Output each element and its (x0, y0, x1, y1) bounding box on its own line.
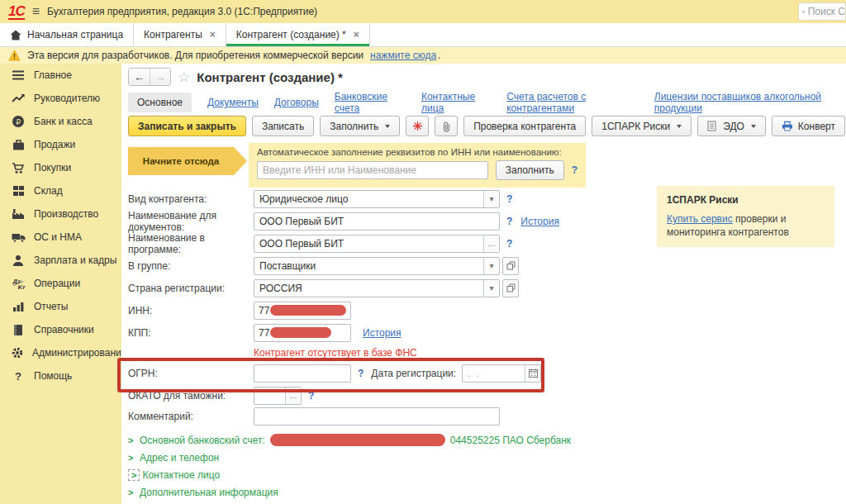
help-icon[interactable]: ? (506, 193, 512, 205)
field-row-okato: ОКАТО для таможни: ... ? (128, 385, 723, 406)
save-button[interactable]: Записать (252, 116, 314, 136)
open-country-button[interactable] (502, 279, 519, 297)
autofill-helper: Начните отсюда Автоматическое заполнение… (128, 143, 586, 188)
chevron-right-icon: > (128, 469, 140, 481)
name-in-program-field[interactable]: ... (254, 235, 500, 253)
counterparty-type-select[interactable]: Юридическое лицо ▾ (254, 190, 500, 208)
check-counterparty-button[interactable]: Проверка контрагента (463, 116, 586, 136)
section-address-phone[interactable]: > Адрес и телефон (128, 449, 723, 466)
sidebar-item-purchases[interactable]: Покупки (0, 156, 121, 179)
sidebar-item-production[interactable]: Производство (0, 202, 121, 226)
help-icon[interactable]: ? (506, 238, 512, 250)
buy-commercial-link[interactable]: нажмите сюда (370, 50, 436, 61)
section-contact-person[interactable]: > Контактное лицо (128, 466, 723, 483)
ogrn-input[interactable] (254, 364, 351, 383)
envelope-button[interactable]: Конверт (772, 116, 845, 136)
attachment-button[interactable] (435, 116, 458, 136)
chevron-down-icon[interactable]: ▾ (483, 258, 499, 274)
sidebar-item-help[interactable]: ? Помощь (0, 364, 121, 388)
red-asterisk-icon (412, 121, 423, 131)
briefcase-icon (11, 138, 26, 152)
okato-input[interactable] (254, 388, 285, 404)
save-close-button[interactable]: Записать и закрыть (128, 116, 246, 136)
kpp-visible-value: 77 (259, 327, 269, 339)
tab-dogovory[interactable]: Договоры (274, 97, 319, 108)
group-select[interactable]: Поставщики ▾ (254, 257, 500, 275)
tab-contact-persons[interactable]: Контактные лица (421, 91, 491, 114)
help-icon[interactable]: ? (506, 216, 512, 227)
chevron-down-icon[interactable]: ▾ (483, 191, 499, 207)
tab-settlement-accounts[interactable]: Счета расчетов с контрагентами (506, 91, 639, 114)
field-label: Наименование для документов: (128, 210, 254, 233)
app-title: Бухгалтерия предприятия, редакция 3.0 (1… (47, 6, 317, 17)
fill-menu-button[interactable]: Заполнить (320, 116, 400, 136)
window-tab-bar: Начальная страница Контрагенты × Контраг… (0, 23, 846, 47)
tab-osnovnoe[interactable]: Основное (128, 93, 192, 112)
open-in-window-icon (506, 283, 516, 292)
help-icon[interactable]: ? (358, 368, 364, 379)
tab-alcohol-licenses[interactable]: Лицензии поставщиков алкогольной продукц… (654, 91, 846, 114)
reg-date-field[interactable] (462, 364, 541, 383)
favorite-star-icon[interactable]: ☆ (178, 69, 190, 86)
sidebar-item-operations[interactable]: ДтКт Операции (0, 272, 121, 295)
name-in-program-input[interactable] (254, 235, 483, 252)
ellipsis-button[interactable]: ... (285, 388, 301, 404)
chevron-down-icon[interactable]: ▾ (483, 280, 499, 297)
section-label: Контактное лицо (142, 469, 220, 481)
field-list: Вид контрагента: Юридическое лицо ▾ ? На… (128, 188, 723, 501)
buy-service-link[interactable]: Купить сервис (667, 213, 733, 225)
sidebar-item-fixed-assets[interactable]: ОС и НМА (0, 226, 121, 249)
kpp-history-link[interactable]: История (363, 327, 402, 339)
help-icon[interactable]: ? (572, 164, 577, 176)
tab-bank-accounts[interactable]: Банковские счета (335, 91, 406, 114)
section-main-bank-account[interactable]: > Основной банковский счет: 044525225 ПА… (128, 431, 723, 449)
tab-kontragenty[interactable]: Контрагенты × (134, 23, 226, 46)
bar-chart-icon (11, 300, 26, 314)
global-search[interactable]: Поиск С (798, 2, 846, 21)
sidebar-item-payroll[interactable]: Зарплата и кадры (0, 249, 121, 272)
ellipsis-button[interactable]: ... (483, 235, 499, 252)
sidebar-item-sales[interactable]: Продажи (0, 133, 121, 156)
sidebar-item-reports[interactable]: Отчеты (0, 295, 121, 318)
form-tab-bar: Основное Документы Договоры Банковские с… (128, 91, 846, 114)
sidebar-item-label: Склад (34, 185, 63, 197)
sidebar-item-main[interactable]: Главное (0, 64, 121, 87)
field-row-name-docs: Наименование для документов: ? История (128, 210, 723, 232)
name-for-documents-input[interactable] (254, 212, 500, 231)
back-button[interactable]: ← (129, 69, 150, 85)
reg-date-input[interactable] (463, 365, 525, 382)
factory-icon (11, 207, 26, 221)
kpp-input[interactable]: 77 (254, 324, 351, 342)
okato-field[interactable]: ... (254, 387, 302, 405)
sidebar-item-bank-cash[interactable]: ₽ Банк и касса (0, 110, 121, 133)
sidebar-item-warehouse[interactable]: Склад (0, 179, 121, 202)
country-select[interactable]: РОССИЯ ▾ (254, 279, 500, 297)
reminder-button[interactable] (406, 116, 429, 136)
name-history-link[interactable]: История (520, 216, 559, 227)
calendar-button[interactable] (525, 365, 540, 382)
book-icon (11, 323, 26, 337)
main-menu-icon[interactable]: ≡ (32, 4, 40, 19)
tab-kontragent-create[interactable]: Контрагент (создание) * × (226, 23, 370, 46)
autofill-fill-button[interactable]: Заполнить (496, 160, 564, 180)
open-group-button[interactable] (502, 257, 519, 275)
tab-home[interactable]: Начальная страница (0, 23, 134, 46)
sidebar-item-administration[interactable]: Администрирование (0, 341, 121, 364)
section-additional-info[interactable]: > Дополнительная информация (128, 483, 723, 501)
close-tab-icon[interactable]: × (210, 29, 216, 40)
help-icon[interactable]: ? (308, 390, 314, 402)
search-icon (802, 7, 806, 17)
inn-name-input[interactable] (257, 161, 488, 179)
comment-input[interactable] (254, 407, 500, 426)
sidebar-item-manager[interactable]: Руководителю (0, 87, 121, 110)
spark-risks-button[interactable]: 1СПАРК Риски (592, 116, 692, 136)
close-tab-icon[interactable]: × (354, 29, 359, 40)
chevron-right-icon: > (128, 435, 140, 445)
forward-button[interactable]: → (150, 69, 170, 85)
sidebar-item-directories[interactable]: Справочники (0, 318, 121, 341)
inn-input[interactable]: 77 (254, 302, 351, 320)
person-icon (11, 254, 26, 268)
edo-button[interactable]: ЭДО (697, 116, 766, 136)
field-label: ИНН: (128, 305, 254, 316)
tab-dokumenty[interactable]: Документы (207, 97, 259, 108)
